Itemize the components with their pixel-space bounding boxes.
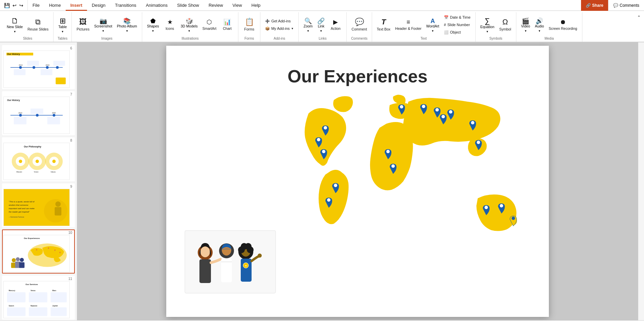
- equation-button[interactable]: ∑ Equation: [478, 16, 496, 30]
- tab-insert[interactable]: Insert: [66, 0, 87, 11]
- table-dropdown[interactable]: ▼: [60, 30, 65, 34]
- world-map[interactable]: [298, 86, 529, 273]
- reuse-slides-button[interactable]: ⧉ Reuse Slides: [25, 15, 50, 35]
- photo-album-button[interactable]: 📚 Photo Album: [115, 17, 139, 29]
- slide-preview-svg-6: Our History 2013 2016 2018 2023: [4, 51, 69, 88]
- tab-design[interactable]: Design: [87, 0, 110, 11]
- slide-canvas[interactable]: Our Experiences: [166, 46, 549, 317]
- slide-number-label: Slide Number: [447, 23, 470, 27]
- my-addins-dropdown[interactable]: ▼: [291, 27, 294, 30]
- slide-thumb-9[interactable]: 9 "This is a quote, words full of wisdom…: [2, 183, 75, 227]
- screenshot-dropdown[interactable]: ▼: [101, 29, 106, 33]
- comment-items: 💬 Comment: [349, 12, 369, 36]
- chevron-down-icon: ▼: [486, 30, 489, 33]
- slide-preview-9: "This is a quote, words full of wisdom t…: [3, 189, 70, 226]
- video-button[interactable]: 🎬 Video: [519, 17, 532, 29]
- new-slide-label: New Slide: [7, 25, 23, 29]
- quick-access-save[interactable]: 💾: [4, 3, 10, 8]
- get-addins-button[interactable]: ➕ Get Add-ins: [263, 17, 296, 25]
- wordart-button[interactable]: A WordArt: [424, 17, 441, 29]
- slide-thumb-6[interactable]: 6 Our History 2013 2016 2018 2023: [2, 45, 75, 89]
- slide-thumb-7[interactable]: 7 Our History 2013 2016 2050: [2, 91, 75, 135]
- screen-recording-icon: ⏺: [560, 19, 566, 25]
- quick-access-redo[interactable]: ↪: [19, 3, 23, 8]
- zoom-dropdown[interactable]: ▼: [305, 29, 311, 33]
- svg-text:Our Services: Our Services: [25, 283, 38, 285]
- audio-dropdown[interactable]: ▼: [537, 29, 542, 33]
- slide-thumb-11[interactable]: 11 Our Services Mercury Venus Mars Satur…: [2, 276, 75, 320]
- svg-rect-67: [7, 292, 25, 302]
- 3d-models-dropdown[interactable]: ▼: [187, 29, 192, 33]
- forms-items: 📋 Forms: [241, 12, 257, 36]
- video-dropdown[interactable]: ▼: [523, 29, 528, 33]
- pictures-icon: 🖼: [79, 18, 87, 26]
- icons-button[interactable]: ★ Icons: [162, 14, 178, 35]
- equation-dropdown[interactable]: ▼: [485, 30, 490, 34]
- my-addins-button[interactable]: 📦 My Add-ins ▼: [263, 25, 296, 32]
- svg-point-56: [12, 258, 16, 262]
- pictures-button[interactable]: 🖼 Pictures: [74, 14, 91, 35]
- slides-group-label: Slides: [23, 36, 32, 42]
- comment-button[interactable]: 💬 Comment: [349, 14, 369, 35]
- shapes-dropdown[interactable]: ▼: [150, 29, 156, 33]
- tab-slideshow[interactable]: Slide Show: [172, 0, 204, 11]
- illustrations-group-label: Illustrations: [181, 36, 199, 42]
- svg-text:Jupiter: Jupiter: [52, 305, 58, 307]
- collapse-ribbon-button[interactable]: ⌃: [636, 14, 642, 21]
- zoom-button[interactable]: 🔍 Zoom: [301, 17, 315, 29]
- action-button[interactable]: ▶ Action: [327, 14, 344, 35]
- toolbar-group-media: 🎬 Video ▼ 🔊 Audio ▼: [516, 12, 582, 42]
- svg-text:Saturn: Saturn: [9, 305, 14, 307]
- screen-recording-button[interactable]: ⏺ Screen Recording: [547, 14, 579, 35]
- slide-panel: 6 Our History 2013 2016 2018 2023: [0, 42, 77, 320]
- text-box-label: Text Box: [377, 27, 390, 32]
- svg-point-92: [512, 217, 515, 220]
- new-slide-dropdown[interactable]: ▼: [12, 30, 18, 34]
- forms-button[interactable]: 📋 Forms: [241, 14, 257, 35]
- new-slide-split: 🗋 New Slide ▼: [5, 16, 25, 34]
- equation-split: ∑ Equation ▼: [478, 16, 496, 34]
- text-box-button[interactable]: T Text Box: [375, 14, 392, 35]
- tab-home[interactable]: Home: [44, 0, 66, 11]
- header-footer-button[interactable]: ≡ Header & Footer: [393, 14, 424, 35]
- object-button[interactable]: ⬜ Object: [442, 28, 473, 36]
- share-button[interactable]: 🔗Share: [581, 0, 608, 11]
- chevron-down-icon: ▼: [14, 30, 16, 33]
- audio-split: 🔊 Audio ▼: [533, 17, 546, 33]
- tab-view[interactable]: View: [228, 0, 247, 11]
- tab-file[interactable]: File: [28, 0, 44, 11]
- link-button[interactable]: 🔗 Link: [315, 17, 327, 29]
- new-slide-button[interactable]: 🗋 New Slide: [5, 16, 25, 30]
- shapes-button[interactable]: ⬟ Shapes: [145, 17, 161, 29]
- tab-animations[interactable]: Animations: [141, 0, 172, 11]
- illustrations-items: ⬟ Shapes ▼ ★ Icons 🎲 3D Models: [145, 12, 235, 36]
- media-group-label: Media: [544, 36, 554, 42]
- date-time-button[interactable]: 📅 Date & Time: [442, 14, 473, 21]
- smartart-button[interactable]: ⬡ SmartArt: [200, 14, 218, 35]
- 3d-models-label: 3D Models: [181, 24, 198, 28]
- wordart-dropdown[interactable]: ▼: [430, 29, 435, 33]
- slide-number-button[interactable]: # Slide Number: [442, 21, 473, 28]
- header-footer-label: Header & Footer: [395, 26, 422, 31]
- link-dropdown[interactable]: ▼: [318, 29, 324, 33]
- quick-access-undo[interactable]: ↩: [13, 3, 17, 8]
- chevron-down-icon: ▼: [320, 29, 322, 33]
- svg-point-106: [247, 246, 254, 253]
- screenshot-button[interactable]: 📷 Screenshot: [92, 17, 114, 29]
- tab-transitions[interactable]: Transitions: [110, 0, 141, 11]
- table-button[interactable]: ⊞ Table: [56, 16, 69, 30]
- images-group-label: Images: [101, 36, 112, 42]
- slide-thumb-8[interactable]: 8 Our Philosophy Mission Vision Values: [2, 137, 75, 181]
- audio-button[interactable]: 🔊 Audio: [533, 17, 546, 29]
- 3d-models-button[interactable]: 🎲 3D Models: [179, 17, 200, 29]
- slide-thumb-10[interactable]: 10 Our Experiences 📍 📍 📍 📍: [2, 229, 75, 274]
- video-icon: 🎬: [522, 18, 529, 24]
- tab-help[interactable]: Help: [247, 0, 265, 11]
- symbol-button[interactable]: Ω Symbol: [497, 14, 513, 35]
- tab-review[interactable]: Review: [204, 0, 228, 11]
- photo-album-dropdown[interactable]: ▼: [124, 29, 130, 33]
- comments-button[interactable]: 💬Comments: [608, 0, 644, 11]
- svg-rect-12: [14, 69, 26, 75]
- svg-point-21: [36, 114, 39, 117]
- chart-button[interactable]: 📊 Chart: [219, 14, 235, 35]
